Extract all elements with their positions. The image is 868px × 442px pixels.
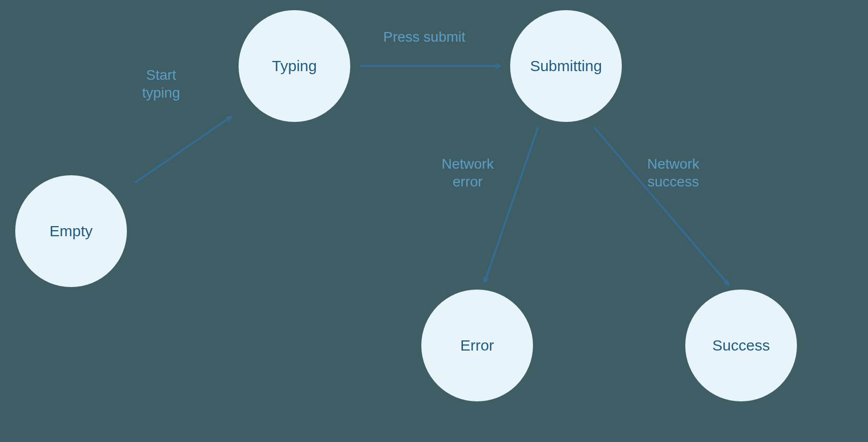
state-label: Empty [49,223,92,240]
edge-network-error [485,127,538,282]
state-label: Error [460,337,494,354]
edge-label-network-error: Network error [442,155,494,191]
state-label: Submitting [530,57,602,75]
state-label: Typing [272,57,317,75]
state-error: Error [421,290,533,401]
edge-network-success [594,127,728,285]
edge-start-typing [135,117,231,183]
state-diagram: Empty Typing Submitting Error Success St… [0,0,868,442]
state-submitting: Submitting [510,10,622,122]
state-empty: Empty [15,175,127,287]
edge-label-network-success: Network success [647,155,699,191]
edge-label-press-submit: Press submit [383,28,465,46]
edge-label-start-typing: Start typing [142,66,180,102]
state-typing: Typing [239,10,350,122]
state-label: Success [712,337,770,354]
state-success: Success [685,290,797,401]
